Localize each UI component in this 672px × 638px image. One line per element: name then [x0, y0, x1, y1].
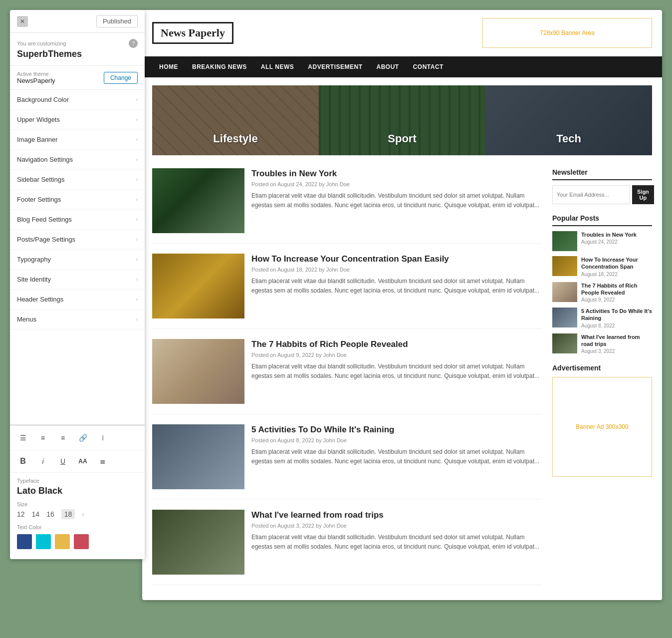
- typography-panel: ☰ ≡ ≡ 🔗 ⁞ B i U AA ≣ Typeface Lato Black…: [10, 424, 145, 559]
- article-thumb-art1: [152, 168, 244, 233]
- menu-link-blog-feed-settings[interactable]: Blog Feed Settings›: [10, 210, 145, 229]
- popular-title-3[interactable]: 5 Activities To Do While It's Raining: [581, 308, 652, 322]
- menu-link-sidebar-settings[interactable]: Sidebar Settings›: [10, 170, 145, 189]
- size-option-16[interactable]: 16: [46, 510, 54, 518]
- newsletter-input[interactable]: [552, 185, 630, 204]
- menu-link-footer-settings[interactable]: Footer Settings›: [10, 190, 145, 209]
- justify-icon[interactable]: ≣: [95, 453, 111, 469]
- align-center-icon[interactable]: ≡: [35, 430, 51, 446]
- chevron-right-icon: ›: [136, 177, 138, 182]
- chevron-right-icon: ›: [136, 217, 138, 222]
- color-swatch-0[interactable]: [17, 534, 32, 549]
- menu-link-background-color[interactable]: Background Color›: [10, 90, 145, 109]
- category-banner-tech[interactable]: Tech: [485, 85, 652, 155]
- menu-link-posts-page-settings[interactable]: Posts/Page Settings›: [10, 230, 145, 249]
- menu-link-menus[interactable]: Menus›: [10, 310, 145, 329]
- category-label-sport: Sport: [319, 132, 485, 145]
- article-thumb-art3: [152, 339, 244, 404]
- align-right-icon[interactable]: ≡: [55, 430, 71, 446]
- menu-item-upper-widgets: Upper Widgets›: [10, 110, 145, 130]
- case-icon[interactable]: AA: [75, 453, 91, 469]
- popular-date-0: August 24, 2022: [581, 239, 637, 245]
- article-title-art3[interactable]: The 7 Habbits of Rich People Revealed: [251, 339, 542, 350]
- menu-link-upper-widgets[interactable]: Upper Widgets›: [10, 110, 145, 129]
- article-excerpt-art1: Etiam placerat velit vitae dui blandit s…: [251, 191, 542, 210]
- menu-item-sidebar-settings: Sidebar Settings›: [10, 170, 145, 190]
- category-label-tech: Tech: [485, 132, 652, 145]
- color-swatches: [17, 534, 138, 549]
- menu-link-navigation-settings[interactable]: Navigation Settings›: [10, 150, 145, 169]
- nav-item-all-news[interactable]: ALL NEWS: [254, 56, 301, 77]
- size-next-icon[interactable]: ›: [82, 510, 84, 518]
- article-excerpt-art5: Etiam placerat velit vitae dui blandit s…: [251, 533, 542, 552]
- article-title-art5[interactable]: What I've learned from road trips: [251, 510, 542, 521]
- you-are-label: You are customizing ?: [17, 39, 138, 48]
- link-icon[interactable]: 🔗: [75, 430, 91, 446]
- menu-item-site-identity: Site Identity›: [10, 270, 145, 290]
- sidebar: Newsletter Sign Up Popular Posts Trouble…: [552, 168, 652, 595]
- popular-info-1: How To Increase Your Concentration SpanA…: [581, 256, 652, 277]
- menu-link-image-banner[interactable]: Image Banner›: [10, 130, 145, 149]
- size-option-12[interactable]: 12: [17, 510, 25, 518]
- typography-settings: Typeface Lato Black Size 12141618› Text …: [10, 473, 145, 554]
- menu-item-menus: Menus›: [10, 310, 145, 329]
- popular-posts-title: Popular Posts: [552, 214, 652, 226]
- popular-date-2: August 9, 2022: [581, 297, 652, 303]
- list-icon[interactable]: ⁞: [95, 430, 111, 446]
- menu-item-image-banner: Image Banner›: [10, 130, 145, 150]
- popular-title-4[interactable]: What I've learned from road trips: [581, 333, 652, 348]
- articles-list: Troubles in New YorkPosted on August 24,…: [152, 168, 542, 595]
- nav-item-contact[interactable]: CONTACT: [406, 56, 450, 77]
- color-swatch-2[interactable]: [55, 534, 70, 549]
- nav-item-about[interactable]: ABOUT: [369, 56, 406, 77]
- popular-thumb-1: [552, 256, 577, 276]
- typography-format-toolbar: B i U AA ≣: [10, 450, 145, 473]
- article-title-art2[interactable]: How To Increase Your Concentration Span …: [251, 254, 542, 265]
- nav-item-home[interactable]: HOME: [152, 56, 185, 77]
- size-option-18[interactable]: 18: [61, 509, 75, 519]
- menu-link-typography[interactable]: Typography›: [10, 250, 145, 269]
- popular-info-4: What I've learned from road tripsAugust …: [581, 333, 652, 354]
- popular-thumb-0: [552, 231, 577, 251]
- size-option-14[interactable]: 14: [32, 510, 40, 518]
- published-status: Published: [96, 15, 138, 27]
- close-button[interactable]: ✕: [17, 16, 28, 27]
- newsletter-title: Newsletter: [552, 168, 652, 180]
- article-excerpt-art2: Etiam placerat velit vitae dui blandit s…: [251, 277, 542, 296]
- italic-icon[interactable]: i: [35, 453, 51, 469]
- article-meta-art3: Posted on August 9, 2022 by John Doe: [251, 352, 542, 358]
- site-logo: News Paperly: [152, 22, 233, 44]
- chevron-right-icon: ›: [136, 197, 138, 202]
- bold-icon[interactable]: B: [15, 453, 31, 469]
- nav-item-advertisement[interactable]: ADVERTISEMENT: [301, 56, 369, 77]
- chevron-right-icon: ›: [136, 97, 138, 102]
- change-theme-button[interactable]: Change: [104, 72, 138, 84]
- article-title-art4[interactable]: 5 Activities To Do While It's Raining: [251, 424, 542, 435]
- popular-info-2: The 7 Habbits of Rich People RevealedAug…: [581, 282, 652, 303]
- category-banner-lifestyle[interactable]: Lifestyle: [152, 85, 319, 155]
- chevron-right-icon: ›: [136, 157, 138, 162]
- newsletter-signup-button[interactable]: Sign Up: [632, 185, 654, 204]
- popular-title-1[interactable]: How To Increase Your Concentration Span: [581, 256, 652, 271]
- article-item-art1: Troubles in New YorkPosted on August 24,…: [152, 168, 542, 244]
- typography-toolbar: ☰ ≡ ≡ 🔗 ⁞: [10, 426, 145, 450]
- ad-box: Banner Ad 300x300: [552, 377, 652, 477]
- article-meta-art2: Posted on August 18, 2022 by John Doe: [251, 267, 542, 273]
- underline-icon[interactable]: U: [55, 453, 71, 469]
- menu-link-header-settings[interactable]: Header Settings›: [10, 290, 145, 309]
- menu-link-site-identity[interactable]: Site Identity›: [10, 270, 145, 289]
- category-banner-sport[interactable]: Sport: [319, 85, 485, 155]
- popular-title-2[interactable]: The 7 Habbits of Rich People Revealed: [581, 282, 652, 297]
- customizer-header: ✕ Published: [10, 10, 145, 33]
- help-icon[interactable]: ?: [129, 39, 138, 48]
- nav-item-breaking-news[interactable]: BREAKING NEWS: [185, 56, 254, 77]
- popular-post-1: How To Increase Your Concentration SpanA…: [552, 256, 652, 277]
- align-left-icon[interactable]: ☰: [15, 430, 31, 446]
- popular-title-0[interactable]: Troubles in New York: [581, 231, 637, 238]
- article-content-art3: The 7 Habbits of Rich People RevealedPos…: [251, 339, 542, 404]
- color-swatch-3[interactable]: [74, 534, 89, 549]
- popular-info-0: Troubles in New YorkAugust 24, 2022: [581, 231, 637, 245]
- color-swatch-1[interactable]: [36, 534, 51, 549]
- customizer-panel: ✕ Published You are customizing ? Superb…: [10, 10, 145, 559]
- article-title-art1[interactable]: Troubles in New York: [251, 168, 542, 179]
